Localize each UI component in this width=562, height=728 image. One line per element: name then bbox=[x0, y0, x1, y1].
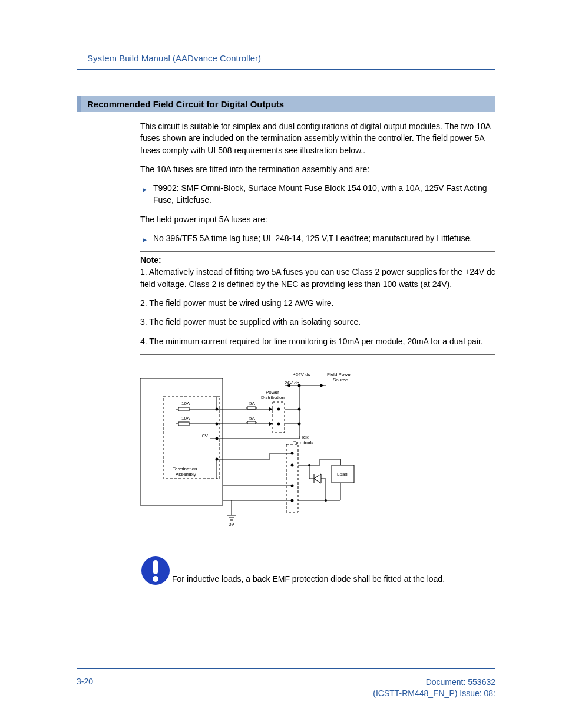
svg-rect-12 bbox=[247, 421, 256, 424]
note-3: 3. The field power must be supplied with… bbox=[140, 316, 495, 328]
diagram-label-5a-2: 5A bbox=[249, 416, 255, 421]
svg-point-15 bbox=[216, 437, 219, 440]
bullet-text-2: No 396/TE5 5A time lag fuse; UL 248-14, … bbox=[153, 233, 472, 243]
footer: 3-20 Document: 553632 (ICSTT-RM448_EN_P)… bbox=[77, 677, 495, 700]
bullet-item-2: ▸ No 396/TE5 5A time lag fuse; UL 248-14… bbox=[140, 232, 495, 244]
diagram-label-fps-2: Source bbox=[333, 377, 348, 383]
diagram-label-term-asm-1: Termination bbox=[173, 466, 197, 472]
svg-rect-65 bbox=[153, 560, 158, 574]
diagram-label-pd-2: Distribution bbox=[261, 395, 285, 400]
note-1: 1. Alternatively instead of fitting two … bbox=[140, 266, 495, 290]
warning-icon bbox=[140, 555, 171, 586]
svg-point-36 bbox=[291, 463, 294, 466]
footer-doc-line2: (ICSTT-RM448_EN_P) Issue: 08: bbox=[373, 688, 495, 700]
note-2: 2. The field power must be wired using 1… bbox=[140, 297, 495, 309]
footer-divider bbox=[77, 668, 495, 669]
diagram-label-fps-1: Field Power bbox=[327, 372, 352, 377]
svg-point-66 bbox=[153, 576, 158, 582]
bullet-text-1: T9902: SMF Omni-Block, Surface Mount Fus… bbox=[153, 183, 487, 205]
diagram-label-10a-1: 10A bbox=[181, 401, 190, 406]
header-title: System Build Manual (AADvance Controller… bbox=[77, 53, 495, 63]
svg-point-23 bbox=[277, 422, 280, 425]
svg-marker-21 bbox=[269, 422, 273, 426]
footer-doc-line1: Document: 553632 bbox=[373, 677, 495, 689]
diagram-label-0v-left: 0V bbox=[202, 433, 208, 439]
footer-doc-info: Document: 553632 (ICSTT-RM448_EN_P) Issu… bbox=[373, 677, 495, 700]
diagram-label-pd-1: Power bbox=[266, 390, 279, 395]
note-divider-top bbox=[140, 251, 495, 252]
svg-point-31 bbox=[298, 422, 301, 425]
section-heading: Recommended Field Circuit for Digital Ou… bbox=[77, 96, 495, 112]
diagram-label-24v-mid: +24V dc bbox=[282, 380, 299, 386]
svg-rect-10 bbox=[247, 407, 256, 409]
diagram-label-0v-bottom: 0V bbox=[229, 522, 234, 527]
bullet-list-1: ▸ T9902: SMF Omni-Block, Surface Mount F… bbox=[140, 182, 495, 206]
svg-rect-3 bbox=[178, 407, 189, 411]
bullet-list-2: ▸ No 396/TE5 5A time lag fuse; UL 248-14… bbox=[140, 232, 495, 244]
svg-rect-0 bbox=[140, 378, 223, 505]
note-4: 4. The minimum current required for line… bbox=[140, 335, 495, 347]
header-divider bbox=[77, 69, 495, 70]
svg-rect-19 bbox=[273, 402, 285, 433]
svg-marker-20 bbox=[269, 407, 273, 411]
diagram-label-10a-2: 10A bbox=[181, 416, 190, 421]
svg-point-22 bbox=[277, 407, 280, 410]
diagram-label-term-asm-2: Assembly bbox=[176, 472, 196, 477]
svg-point-60 bbox=[308, 464, 310, 466]
diagram-label-24v-top: +24V dc bbox=[293, 372, 310, 377]
page-number: 3-20 bbox=[77, 677, 93, 686]
intro-paragraph: This circuit is suitable for simplex and… bbox=[140, 120, 495, 156]
fuse-10a-intro: The 10A fuses are fitted into the termin… bbox=[140, 163, 495, 175]
svg-point-61 bbox=[325, 499, 327, 502]
note-divider-bottom bbox=[140, 354, 495, 355]
warning-row: For inductive loads, a back EMF protecti… bbox=[140, 555, 495, 586]
svg-point-30 bbox=[298, 407, 301, 410]
diagram-label-5a-1: 5A bbox=[249, 401, 255, 406]
bullet-icon: ▸ bbox=[143, 183, 147, 195]
svg-marker-33 bbox=[320, 384, 324, 387]
svg-marker-54 bbox=[314, 474, 321, 483]
warning-text: For inductive loads, a back EMF protecti… bbox=[172, 574, 445, 586]
diagram-label-ft-1: Field bbox=[299, 434, 309, 440]
diagram-label-load: Load bbox=[337, 472, 348, 477]
bullet-item-1: ▸ T9902: SMF Omni-Block, Surface Mount F… bbox=[140, 182, 495, 206]
fuse-5a-intro: The field power input 5A fuses are: bbox=[140, 213, 495, 225]
svg-point-14 bbox=[216, 422, 219, 425]
bullet-icon: ▸ bbox=[143, 233, 147, 245]
note-label: Note: bbox=[140, 255, 495, 265]
diagram-label-ft-2: Terminals bbox=[293, 440, 313, 445]
circuit-diagram: 10A 10A 0V Termination Assembly 5A bbox=[140, 368, 495, 527]
svg-rect-5 bbox=[178, 422, 189, 426]
